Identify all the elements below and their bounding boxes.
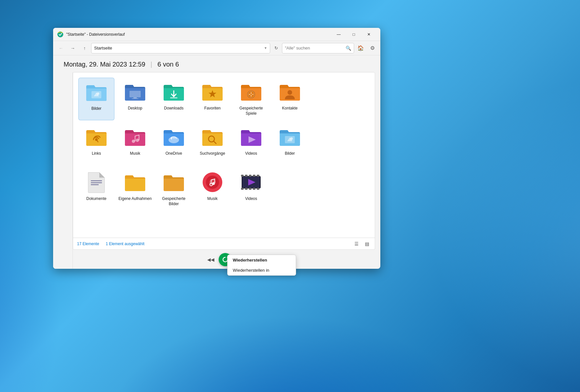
svg-point-12 — [252, 94, 253, 95]
folder-icon — [124, 171, 147, 194]
folder-icon — [124, 126, 147, 148]
list-item[interactable]: Eigene Aufnahmen — [117, 168, 153, 211]
status-bar: 17 Elemente 1 Element ausgewählt ☰ ▤ — [73, 238, 375, 249]
list-item[interactable]: Downloads — [156, 78, 192, 120]
svg-point-31 — [212, 182, 215, 185]
app-icon — [57, 31, 64, 38]
svg-rect-14 — [251, 95, 252, 97]
list-item[interactable]: Videos — [233, 168, 269, 211]
close-button[interactable]: ✕ — [361, 29, 376, 40]
minimize-button[interactable]: — — [331, 29, 346, 40]
folder-icon — [278, 80, 301, 103]
svg-rect-39 — [257, 175, 259, 177]
list-item[interactable]: Bilder — [272, 123, 308, 166]
svg-rect-35 — [241, 175, 244, 177]
date-text: Montag, 29. Mai 2023 12:59 — [64, 61, 145, 68]
list-item[interactable]: Links — [78, 123, 114, 166]
folder-icon — [162, 80, 185, 103]
file-label: Kontakte — [282, 106, 297, 111]
svg-rect-42 — [249, 188, 251, 190]
search-input[interactable] — [285, 46, 344, 50]
title-bar: "Startseite" - Dateiversionsverlauf — □ … — [53, 28, 380, 41]
context-menu: Wiederherstellen Wiederherstellen in — [227, 255, 296, 276]
home-button[interactable]: 🏠 — [355, 43, 366, 53]
file-label: Musik — [130, 151, 140, 156]
search-bar: 🔍 — [282, 43, 354, 53]
file-label: Gespeicherte Spiele — [234, 106, 268, 116]
music-icon — [201, 171, 224, 194]
svg-rect-41 — [245, 188, 248, 190]
svg-rect-13 — [251, 92, 252, 94]
file-label: Videos — [245, 196, 257, 202]
file-label: Desktop — [128, 106, 142, 111]
svg-rect-6 — [132, 98, 138, 99]
grid-view-button[interactable]: ▤ — [363, 240, 371, 248]
folder-icon — [240, 80, 263, 103]
svg-point-15 — [288, 90, 292, 95]
forward-button[interactable]: → — [68, 43, 78, 53]
address-bar[interactable]: Startseite ▼ — [91, 43, 270, 53]
file-grid: Bilder Deskto — [73, 72, 375, 238]
folder-icon — [240, 126, 263, 148]
file-label: Favoriten — [204, 106, 221, 111]
folder-icon — [278, 126, 301, 148]
window-title: "Startseite" - Dateiversionsverlauf — [66, 32, 331, 37]
list-item[interactable]: Gespeicherte Bilder — [156, 168, 192, 211]
file-label: Musik — [207, 196, 217, 202]
context-menu-restore-in[interactable]: Wiederherstellen in — [228, 265, 296, 275]
svg-rect-26 — [91, 182, 102, 183]
file-label: Eigene Aufnahmen — [118, 196, 151, 202]
file-label: Videos — [245, 151, 257, 156]
folder-icon — [201, 80, 224, 103]
list-item[interactable]: Suchvorgänge — [194, 123, 230, 166]
list-item[interactable]: Gespeicherte Spiele — [233, 78, 269, 120]
file-icon — [85, 171, 108, 194]
file-label: Dokumente — [86, 196, 106, 202]
address-chevron-icon: ▼ — [264, 46, 267, 50]
address-text: Startseite — [94, 46, 263, 50]
svg-rect-38 — [253, 175, 255, 177]
list-item[interactable]: Dokumente — [78, 168, 114, 211]
folder-icon — [124, 80, 147, 103]
svg-rect-44 — [257, 188, 259, 190]
svg-rect-40 — [241, 188, 244, 190]
file-label: Downloads — [164, 106, 183, 111]
list-item[interactable]: Kontakte — [272, 78, 308, 120]
list-item[interactable]: Musik — [117, 123, 153, 166]
svg-rect-27 — [91, 184, 99, 185]
list-item[interactable]: Desktop — [117, 78, 153, 120]
svg-rect-36 — [245, 175, 248, 177]
list-item[interactable]: Favoriten — [194, 78, 230, 120]
maximize-button[interactable]: □ — [346, 29, 361, 40]
back-button[interactable]: ← — [56, 43, 66, 53]
up-button[interactable]: ↑ — [79, 43, 90, 53]
list-item[interactable]: Videos — [233, 123, 269, 166]
list-item[interactable]: OneDrive — [156, 123, 192, 166]
first-version-button[interactable]: ◀◀ — [206, 254, 216, 265]
settings-button[interactable]: ⚙ — [367, 43, 378, 53]
list-item[interactable]: Musik — [194, 168, 230, 211]
file-grid-container: Bilder Deskto — [73, 72, 375, 250]
refresh-button[interactable]: ↻ — [271, 44, 281, 53]
svg-rect-37 — [249, 175, 251, 177]
navigation-bar: ← → ↑ Startseite ▼ ↻ 🔍 🏠 ⚙ — [53, 41, 380, 55]
file-label: Suchvorgänge — [200, 151, 225, 156]
context-menu-restore[interactable]: Wiederherstellen — [228, 255, 296, 265]
svg-point-18 — [136, 139, 139, 142]
folder-icon — [85, 81, 108, 104]
video-icon — [240, 171, 263, 194]
view-controls: ☰ ▤ — [352, 240, 371, 248]
svg-rect-5 — [133, 97, 137, 98]
list-view-button[interactable]: ☰ — [352, 240, 360, 248]
items-count: 17 Elemente — [77, 242, 99, 246]
header-separator: | — [150, 61, 152, 68]
file-label: Gespeicherte Bilder — [157, 196, 190, 206]
search-icon[interactable]: 🔍 — [346, 46, 351, 51]
svg-rect-7 — [170, 97, 177, 98]
svg-point-24 — [290, 137, 293, 140]
svg-rect-25 — [91, 180, 102, 181]
svg-point-11 — [249, 94, 250, 95]
bottom-controls: ◀◀ ▶▶ — [73, 250, 378, 269]
file-history-window: "Startseite" - Dateiversionsverlauf — □ … — [53, 28, 380, 269]
list-item[interactable]: Bilder — [78, 78, 114, 120]
